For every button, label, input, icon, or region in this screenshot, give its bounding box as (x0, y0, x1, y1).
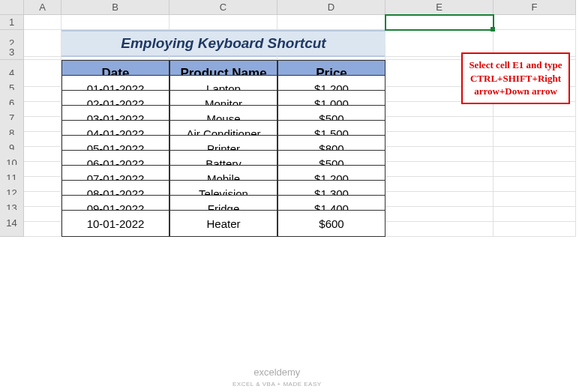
cell-E14[interactable] (386, 210, 494, 237)
cell-A1[interactable] (24, 15, 62, 30)
col-header-E[interactable]: E (386, 0, 494, 15)
cell-F1[interactable] (494, 15, 576, 30)
cell-D1[interactable] (278, 15, 386, 30)
col-header-D[interactable]: D (278, 0, 386, 15)
cell-C3[interactable] (170, 45, 278, 60)
cell-D3[interactable] (278, 45, 386, 60)
watermark-sub: EXCEL & VBA + MADE EASY (232, 381, 322, 388)
table-row[interactable]: Heater (170, 210, 278, 237)
cell-B1[interactable] (62, 15, 170, 30)
table-row[interactable]: $600 (278, 210, 386, 237)
col-header-A[interactable]: A (24, 0, 62, 15)
watermark-main: exceldemy (254, 367, 300, 378)
instruction-callout: Select cell E1 and type CTRL+SHIFT+Right… (461, 52, 570, 104)
spreadsheet-grid[interactable]: A B C D E F 1 2 Employing Keyboard Short… (0, 0, 579, 225)
select-all-corner[interactable] (0, 0, 24, 15)
table-row[interactable]: 10-01-2022 (62, 210, 170, 237)
row-header-1[interactable]: 1 (0, 15, 24, 30)
cell-C1[interactable] (170, 15, 278, 30)
row-header-3[interactable]: 3 (0, 45, 24, 60)
watermark: exceldemy EXCEL & VBA + MADE EASY (232, 367, 322, 388)
col-header-B[interactable]: B (62, 0, 170, 15)
cell-F14[interactable] (494, 210, 576, 237)
cell-A3[interactable] (24, 45, 62, 60)
cell-E1-selected[interactable] (386, 15, 494, 30)
cell-B3[interactable] (62, 45, 170, 60)
col-header-C[interactable]: C (170, 0, 278, 15)
cell-A14[interactable] (24, 210, 62, 237)
row-header-14[interactable]: 14 (0, 210, 24, 237)
col-header-F[interactable]: F (494, 0, 576, 15)
